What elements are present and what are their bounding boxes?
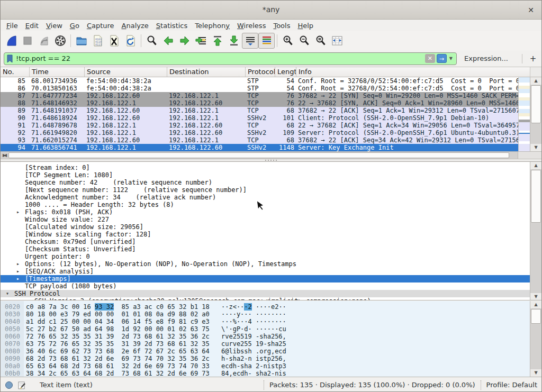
hex-ascii[interactable]: rve25519 -sha256,	[221, 333, 286, 340]
expression-button[interactable]: Expression...	[464, 54, 508, 62]
menu-go[interactable]: Go	[66, 21, 83, 31]
close-icon[interactable]: ✕	[526, 5, 536, 15]
find-packet-button[interactable]	[143, 33, 160, 49]
hex-row[interactable]: 009068 2d 73 68 61 32 2d 6e 69 73 74 70 …	[1, 355, 531, 362]
column-header-no[interactable]: No.	[1, 67, 30, 77]
column-header-info[interactable]: Info	[296, 67, 531, 77]
colorize-button[interactable]	[258, 33, 275, 49]
profile-text[interactable]: Profile: Default	[486, 381, 537, 389]
hex-bytes[interactable]: 68 2d 73 68 61 32 2d 6e 69 73 74 70 32 3…	[26, 355, 210, 362]
go-forward-button[interactable]	[176, 33, 193, 49]
auto-scroll-button[interactable]	[242, 33, 258, 49]
hex-row[interactable]: 007063 75 72 76 65 32 35 35 31 39 2d 73 …	[1, 340, 531, 348]
detail-row[interactable]: TCP payload (1080 bytes)	[1, 282, 531, 290]
detail-row[interactable]: ▸Flags: 0x018 (PSH, ACK)	[1, 208, 531, 216]
scroll-thumb[interactable]	[531, 170, 541, 223]
scroll-down-icon[interactable]: ▼	[530, 293, 541, 300]
scroll-up-icon[interactable]: ▲	[530, 301, 541, 308]
detail-row[interactable]: [TCP Segment Len: 1080]	[1, 171, 531, 179]
packet-row[interactable]: 9171.648789678192.168.122.1192.168.122.6…	[1, 122, 518, 129]
hex-ascii[interactable]: ecdh-sha 2-nistp3	[221, 362, 286, 370]
column-header-source[interactable]: Source	[85, 67, 167, 77]
packet-row[interactable]: 8871.648146932192.168.122.1192.168.122.6…	[1, 99, 518, 107]
go-last-button[interactable]	[225, 33, 242, 49]
add-filter-button[interactable]: +	[528, 54, 538, 63]
zoom-reset-button[interactable]	[312, 33, 329, 49]
hex-ascii[interactable]: \'·gP·d· ······cu	[221, 325, 286, 333]
menu-help[interactable]: Help	[294, 21, 317, 31]
zoom-in-button[interactable]	[279, 33, 296, 49]
ascii-selected-chars[interactable]: ·2	[244, 303, 251, 311]
detail-row[interactable]: ▸Options: (12 bytes), No-Operation (NOP)…	[1, 260, 531, 268]
file-save-button[interactable]: 010101100113	[89, 33, 106, 49]
expand-arrow-icon[interactable]: ▸	[26, 297, 29, 300]
hex-row[interactable]: 0020c0 a8 7a 3c 00 16 93 32 85 a3 ac c0 …	[1, 303, 531, 311]
detail-row[interactable]: Checksum: 0x79ed [unverified]	[1, 238, 531, 245]
menu-tools[interactable]: Tools	[269, 21, 294, 31]
hex-row[interactable]: 00a065 63 64 68 2d 73 68 61 32 2d 6e 69 …	[1, 362, 531, 370]
hex-bytes[interactable]: 63 75 72 76 65 32 35 35 31 39 2d 73 68 6…	[26, 340, 210, 348]
capture-comment-icon[interactable]	[17, 381, 26, 389]
detail-row[interactable]: [Stream index: 0]	[1, 164, 531, 171]
hex-row[interactable]: 00505c 27 b2 67 50 ad 64 98 1d 92 00 00 …	[1, 325, 531, 333]
hex-ascii[interactable]: ··z<···2 ····e2··	[221, 303, 286, 311]
packet-row[interactable]: 8568.001734936fe:54:00:d4:38:2aSTP54Conf…	[1, 77, 518, 85]
scroll-thumb[interactable]	[8, 152, 509, 158]
file-reload-button[interactable]	[122, 33, 139, 49]
menu-telephony[interactable]: Telephony	[191, 21, 233, 31]
scroll-thumb[interactable]	[531, 85, 541, 123]
packet-list-vscrollbar[interactable]: ▲ ▼	[530, 77, 541, 151]
menu-file[interactable]: File	[3, 21, 22, 31]
scroll-down-icon[interactable]: ▼	[530, 144, 541, 151]
packet-list-header[interactable]: No.TimeSourceDestinationProtocolLengthIn…	[1, 67, 531, 77]
filter-value[interactable]: !tcp.port == 22	[13, 54, 423, 62]
title-bar[interactable]: *any ✕	[1, 1, 541, 20]
resize-columns-button[interactable]	[329, 33, 345, 49]
capture-restart-button[interactable]	[35, 33, 52, 49]
column-header-destination[interactable]: Destination	[167, 67, 246, 77]
detail-row[interactable]: Sequence number: 42 (relative sequence n…	[1, 179, 531, 186]
hex-ascii[interactable]: 6@libssh .org,ecd	[221, 348, 286, 355]
file-close-button[interactable]	[106, 33, 122, 49]
detail-row[interactable]: ▸SSH Version 2 (encryption:chacha20_poly…	[1, 297, 531, 300]
capture-stop-button[interactable]	[19, 33, 35, 49]
hex-bytes[interactable]: 38 34 2c 65 63 64 68 2d 73 68 61 32 2d 6…	[26, 370, 210, 377]
detail-row[interactable]: [Window size scaling factor: 128]	[1, 231, 531, 238]
detail-row[interactable]: ▸[SEQ/ACK analysis]	[1, 268, 531, 275]
hex-bytes[interactable]: 65 63 64 68 2d 73 68 61 32 2d 6e 69 73 7…	[26, 362, 210, 370]
detail-row[interactable]: [Next sequence number: 1122 (relative se…	[1, 186, 531, 194]
packet-row[interactable]: 9471.663856741192.168.122.1192.168.122.6…	[1, 144, 518, 151]
filter-clear-button[interactable]: ✕	[425, 54, 435, 63]
file-open-button[interactable]	[73, 33, 89, 49]
hex-bytes[interactable]: c0 a8 7a 3c 00 16 93 32 85 a3 ac c0 65 3…	[26, 303, 210, 311]
hex-bytes[interactable]: 5c 27 b2 67 50 ad 64 98 1d 92 00 00 01 0…	[26, 325, 210, 333]
hex-row[interactable]: 00b038 34 2c 65 63 64 68 2d 73 68 61 32 …	[1, 370, 531, 377]
hex-bytes[interactable]: 36 40 6c 69 62 73 73 68 2e 6f 72 67 2c 6…	[26, 348, 210, 355]
hex-row[interactable]: 008036 40 6c 69 62 73 73 68 2e 6f 72 67 …	[1, 348, 531, 355]
packet-minimap[interactable]	[518, 77, 530, 151]
hex-bytes[interactable]: a1 dd c1 25 00 00 04 34 06 14 f5 e8 f9 8…	[26, 318, 210, 325]
packet-list-hscrollbar[interactable]: ◀ ▶	[1, 151, 518, 159]
capture-options-button[interactable]	[52, 33, 68, 49]
menu-analyze[interactable]: Analyze	[118, 21, 152, 31]
hex-ascii[interactable]: ····y··· ········	[221, 311, 286, 318]
packet-row[interactable]: 8771.647777234192.168.122.60192.168.122.…	[1, 92, 518, 99]
hex-ascii[interactable]: ···%···4 ········	[221, 318, 286, 325]
expand-arrow-icon[interactable]: ▸	[16, 275, 20, 282]
scroll-right-icon[interactable]: ▶	[1, 152, 8, 159]
column-header-time[interactable]: Time	[30, 67, 85, 77]
expand-arrow-icon[interactable]: ▾	[6, 290, 9, 297]
detail-row[interactable]: ▾SSH Protocol	[1, 290, 531, 297]
detail-row[interactable]: [Calculated window size: 29056]	[1, 223, 531, 231]
packet-row[interactable]: 8670.013850163fe:54:00:d4:38:2aSTP54Conf…	[1, 85, 518, 92]
details-vscrollbar[interactable]: ▲ ▼	[530, 162, 541, 300]
detail-row[interactable]: Acknowledgment number: 34 (relative ack …	[1, 194, 531, 201]
packet-row[interactable]: 9271.661949820192.168.122.1192.168.122.6…	[1, 129, 518, 136]
hex-selected-bytes[interactable]: 93 32	[95, 303, 114, 311]
packet-row[interactable]: 8971.648191037192.168.122.60192.168.122.…	[1, 107, 518, 114]
bytes-vscrollbar[interactable]: ▲ ▼	[530, 301, 541, 377]
hex-row[interactable]: 003080 18 00 e3 79 ed 00 00 01 01 08 0a …	[1, 311, 531, 318]
menu-statistics[interactable]: Statistics	[152, 21, 191, 31]
filter-apply-button[interactable]: →	[437, 54, 447, 63]
hex-row[interactable]: 006072 76 65 32 35 35 31 39 2d 73 68 61 …	[1, 333, 531, 340]
